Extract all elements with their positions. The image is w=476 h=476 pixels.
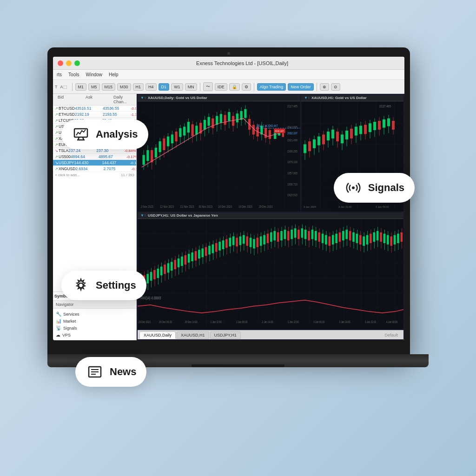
symbols-count: 11 / 393 [121,173,134,177]
news-badge[interactable]: News [75,357,146,387]
add-symbol-btn[interactable]: + click to add... 11 / 393 [53,172,136,178]
svg-rect-171 [185,255,187,264]
tf-h4[interactable]: H4 [145,83,157,91]
nav-vps[interactable]: ☁ VPS [56,331,133,338]
menu-rts[interactable]: rts [57,72,62,77]
symbol-row-btcusd[interactable]: ↗BTCUSD 43516.51 43536.55 -0.93% [53,106,136,112]
svg-rect-255 [329,237,331,246]
svg-rect-203 [239,237,242,245]
ide-btn[interactable]: IDE [215,83,227,91]
nav-signals[interactable]: 📡 Signals [56,324,133,331]
bottom-chart-svg-container: TRIX(14) -0.00003 29 Dec 2023 29 Dec 06:… [138,219,403,326]
svg-text:3 Jan 14:00: 3 Jan 14:00 [339,320,351,324]
svg-rect-239 [301,228,304,238]
zoom-out-btn[interactable]: ⊖ [331,83,340,91]
tf-m1[interactable]: M1 [75,83,87,91]
tf-m30[interactable]: M30 [117,83,131,91]
menu-window[interactable]: Window [86,72,102,77]
symbol-row-xngusd[interactable]: ↗XNGUSD 2.6934 2.7075 -0.36% [53,166,136,172]
svg-rect-113 [331,130,334,139]
chart-type-btn[interactable]: 〜 [203,82,213,91]
navigator-items: 🔧 Services 📊 Market 📡 Signals ☁ [53,309,136,340]
svg-rect-201 [236,238,238,246]
bottom-chart-svg: TRIX(14) -0.00003 29 Dec 2023 29 Dec 06:… [138,219,403,326]
svg-rect-209 [250,238,252,247]
svg-text:3 Jan 21:00: 3 Jan 21:00 [338,205,352,208]
maximize-button[interactable] [74,60,80,66]
svg-rect-211 [253,239,255,248]
close-button[interactable] [58,60,63,66]
toolbar: T A⬚ M1 M5 M15 M30 H1 H4 D1 W1 MN 〜 IDE … [53,80,404,94]
algo-trading-btn[interactable]: Algo Trading [257,83,286,91]
tf-w1[interactable]: W1 [171,83,183,91]
tf-m15[interactable]: M15 [102,83,116,91]
svg-rect-119 [345,131,348,139]
svg-point-4 [352,186,355,189]
tf-h1[interactable]: H1 [133,83,144,91]
svg-text:TRIX(14) -0.00003: TRIX(14) -0.00003 [140,296,161,301]
svg-text:3 Jan 22:00: 3 Jan 22:00 [365,320,377,324]
svg-rect-265 [345,230,348,239]
svg-rect-183 [205,247,207,256]
chart-tab-usdjpy-h1[interactable]: USDJPY,H1 [210,331,241,339]
laptop-camera [227,52,230,55]
chart-tab-xauusd-daily[interactable]: XAUUSD,Daily [139,331,176,339]
zoom-in-btn[interactable]: ⊕ [320,83,329,91]
svg-rect-229 [284,230,286,239]
settings-badge[interactable]: Settings [61,271,146,300]
tf-m5[interactable]: M5 [88,83,100,91]
svg-rect-83 [269,130,271,139]
svg-text:29 Dec 06:29: 29 Dec 06:29 [159,320,172,324]
new-order-btn[interactable]: New Order [288,83,314,91]
svg-rect-285 [380,232,382,242]
svg-rect-27 [155,148,157,158]
main-chart-pane[interactable]: ▼↑ XAUUSD,Daily: Gold vs US Dollar [138,95,300,212]
nav-market[interactable]: 📊 Market [56,317,133,324]
svg-rect-161 [167,263,170,272]
minimize-button[interactable] [66,60,72,66]
menu-help[interactable]: Help [109,72,119,77]
svg-rect-105 [313,139,316,148]
svg-rect-231 [287,231,290,240]
svg-rect-63 [228,112,230,121]
svg-rect-149 [146,274,149,283]
svg-text:3 Jan 06:00: 3 Jan 06:00 [313,320,325,324]
signals-badge[interactable]: Signals [334,173,415,203]
settings-btn[interactable]: ⚙ [242,83,251,91]
nav-services[interactable]: 🔧 Services [56,311,133,317]
svg-rect-153 [153,270,156,279]
menu-tools[interactable]: Tools [68,72,79,77]
signal-icon [344,178,363,197]
symbols-header: Bid Ask Daily Chan... [53,94,136,106]
svg-text:29 Dec 2023: 29 Dec 2023 [259,205,273,208]
analysis-label: Analysis [96,128,138,140]
symbol-row-us500[interactable]: ↗US500 4894.64 4895.67 -0.17% [53,154,136,160]
svg-rect-235 [294,228,297,238]
chart-tab-xauusd-h1[interactable]: XAUUSD,H1 [177,331,209,339]
svg-rect-279 [370,234,372,243]
tf-mn[interactable]: MN [185,83,197,91]
svg-rect-189 [215,243,218,252]
tf-d1[interactable]: D1 [159,83,170,91]
svg-rect-71 [244,109,246,118]
svg-text:1 Jan 22:00: 1 Jan 22:00 [211,320,222,324]
lock-btn[interactable]: 🔒 [229,83,240,91]
svg-rect-247 [315,231,317,240]
svg-rect-273 [359,235,362,245]
svg-rect-117 [341,134,344,143]
svg-rect-185 [208,246,211,255]
svg-rect-125 [359,126,362,134]
symbol-row-ethusd[interactable]: ↗ETHUSD 2192.19 2193.55 -1.39% [53,112,136,118]
svg-rect-45 [192,124,194,136]
svg-rect-215 [260,237,262,246]
symbol-row-usdjpy[interactable]: ↘USDJPY 144.430 144.437 -0.19% [53,160,136,166]
analysis-badge[interactable]: Analysis [61,119,148,149]
svg-rect-165 [174,260,176,269]
bottom-chart-pane[interactable]: ▼↑ USDJPY,H1: US Dollar vs Japanese Yen [138,212,403,329]
nav-vps-label: VPS [62,333,71,337]
side-chart-title: XAUUSD,H1: Gold vs US Dollar [311,96,367,100]
svg-rect-223 [273,231,276,240]
svg-rect-243 [308,231,310,240]
svg-rect-187 [212,245,214,253]
svg-text:2127.465: 2127.465 [379,104,391,107]
